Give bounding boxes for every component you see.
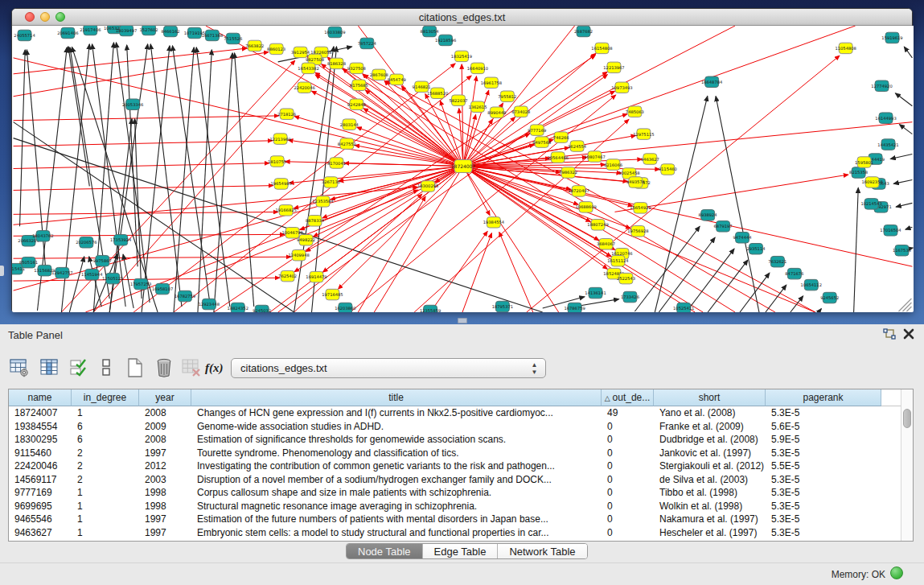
split-pane-grip[interactable] bbox=[458, 318, 467, 323]
table-selector-dropdown[interactable]: citations_edges.txt ▲▼ bbox=[231, 358, 546, 378]
column-settings-button[interactable] bbox=[6, 355, 32, 381]
network-node[interactable]: 5822037 bbox=[449, 95, 467, 105]
network-node[interactable]: 16914479 bbox=[306, 271, 326, 282]
network-node[interactable]: 16782759 bbox=[175, 290, 195, 301]
float-panel-button[interactable] bbox=[883, 328, 897, 341]
scrollbar-thumb[interactable] bbox=[903, 409, 911, 428]
table-cell[interactable]: Wolkin et al. (1998) bbox=[654, 500, 766, 513]
table-cell[interactable]: Tourette syndrome. Phenomenology and cla… bbox=[191, 447, 602, 460]
column-header-name[interactable]: name bbox=[9, 389, 72, 406]
network-node[interactable]: 9474444 bbox=[733, 233, 752, 243]
network-node[interactable]: 9777169 bbox=[528, 125, 546, 135]
table-cell[interactable]: 49 bbox=[602, 406, 654, 420]
network-node[interactable]: 2522543 bbox=[617, 273, 635, 283]
table-row[interactable]: 946554611997Estimation of the future num… bbox=[9, 513, 902, 526]
table-cell[interactable]: 0 bbox=[602, 433, 654, 447]
column-header-short[interactable]: short bbox=[654, 389, 766, 406]
network-node[interactable]: 12774920 bbox=[871, 80, 892, 91]
tab-network-table[interactable]: Network Table bbox=[498, 544, 586, 559]
table-cell[interactable]: 1 bbox=[72, 526, 139, 540]
network-node[interactable]: 8454749 bbox=[388, 74, 406, 84]
table-cell[interactable]: 1997 bbox=[139, 526, 191, 540]
network-node[interactable]: 11054808 bbox=[835, 43, 856, 53]
network-node[interactable]: 746266 bbox=[553, 132, 569, 142]
table-row[interactable]: 2242004622012Investigating the contribut… bbox=[9, 459, 902, 473]
network-node[interactable]: 10688609 bbox=[575, 202, 596, 212]
network-node[interactable]: 1167535 bbox=[893, 245, 911, 255]
table-cell[interactable]: Structural magnetic resonance image aver… bbox=[191, 500, 602, 513]
table-cell[interactable]: 2 bbox=[72, 447, 139, 460]
network-node[interactable]: 3624554 bbox=[568, 141, 586, 151]
left-splitter-tab[interactable] bbox=[0, 266, 4, 276]
table-cell[interactable]: 22420046 bbox=[9, 459, 72, 473]
table-cell[interactable]: 18300295 bbox=[9, 433, 72, 447]
table-cell[interactable]: 5.9E-5 bbox=[766, 433, 881, 447]
network-node[interactable]: 6879197 bbox=[714, 221, 733, 232]
network-node[interactable]: 18807249 bbox=[587, 220, 608, 230]
table-row[interactable]: 911546021997Tourette syndrome. Phenomeno… bbox=[9, 447, 902, 460]
table-cell[interactable]: 5.3E-5 bbox=[766, 473, 881, 487]
network-node[interactable]: 1362615 bbox=[468, 101, 487, 112]
network-node[interactable]: 18795371 bbox=[492, 301, 513, 311]
table-cell[interactable]: 6 bbox=[72, 433, 139, 447]
network-node[interactable]: 9115460 bbox=[659, 164, 677, 175]
table-cell[interactable]: Estimation of significance thresholds fo… bbox=[191, 433, 602, 447]
network-node[interactable]: 14136141 bbox=[585, 287, 606, 298]
new-column-button[interactable] bbox=[122, 355, 148, 381]
table-cell[interactable]: 5.3E-5 bbox=[766, 513, 881, 526]
network-node[interactable]: 8186328 bbox=[327, 58, 346, 68]
network-node[interactable]: 9245032 bbox=[253, 305, 271, 312]
network-node[interactable]: 19716485 bbox=[322, 289, 343, 299]
table-cell[interactable]: 5.3E-5 bbox=[766, 406, 881, 420]
table-cell[interactable]: 2 bbox=[72, 473, 139, 487]
network-node[interactable]: 16033809 bbox=[324, 27, 345, 37]
network-node[interactable]: 18325419 bbox=[451, 51, 472, 61]
network-node[interactable]: 7663822 bbox=[245, 40, 264, 51]
table-cell[interactable]: 5.3E-5 bbox=[766, 526, 881, 540]
network-node[interactable]: 9463627 bbox=[641, 154, 659, 164]
table-cell[interactable]: 9699695 bbox=[9, 500, 72, 513]
network-node[interactable]: 8427552 bbox=[338, 138, 356, 149]
table-cell[interactable]: 2008 bbox=[139, 406, 191, 420]
table-cell[interactable]: 1 bbox=[72, 406, 139, 420]
table-cell[interactable]: 19384554 bbox=[9, 420, 72, 434]
table-cell[interactable]: 9465546 bbox=[9, 513, 72, 526]
table-cell[interactable]: 9115460 bbox=[9, 447, 72, 460]
network-node[interactable]: 12353584 bbox=[312, 196, 333, 207]
vertical-scrollbar[interactable] bbox=[901, 389, 913, 541]
table-cell[interactable]: Embryonic stem cells: a model to study s… bbox=[191, 526, 602, 540]
network-node[interactable]: 3267130 bbox=[322, 177, 340, 187]
network-node[interactable]: 20053346 bbox=[122, 99, 143, 109]
network-node[interactable]: 21917406 bbox=[80, 26, 101, 35]
table-cell[interactable]: 1 bbox=[72, 513, 139, 526]
table-cell[interactable]: Franke et al. (2009) bbox=[654, 420, 766, 434]
network-node[interactable]: 6216066 bbox=[604, 159, 622, 170]
table-row[interactable]: 1456911722003Disruption of a novel membe… bbox=[9, 473, 902, 487]
table-cell[interactable]: 0 bbox=[602, 447, 654, 460]
network-node[interactable]: 2687682 bbox=[574, 26, 593, 36]
network-node[interactable]: 12975115 bbox=[633, 129, 654, 139]
delete-table-button[interactable] bbox=[179, 355, 204, 381]
network-node[interactable]: 6734028 bbox=[511, 106, 530, 117]
table-cell[interactable]: Nakamura et al. (1997) bbox=[654, 513, 766, 526]
table-cell[interactable]: 5.5E-5 bbox=[766, 459, 881, 473]
network-canvas[interactable]: 2405571420691406219174061065328718039497… bbox=[12, 26, 914, 312]
table-cell[interactable]: 9777169 bbox=[9, 486, 72, 500]
column-header-in_degree[interactable]: in_degree bbox=[72, 389, 139, 406]
network-node[interactable]: 17353924 bbox=[110, 235, 131, 245]
table-cell[interactable]: 1 bbox=[72, 486, 139, 500]
network-node[interactable]: 19218596 bbox=[435, 35, 456, 45]
network-node[interactable]: 7986322 bbox=[559, 167, 577, 178]
table-cell[interactable]: 1998 bbox=[139, 500, 191, 513]
table-cell[interactable]: 0 bbox=[602, 473, 654, 487]
table-cell[interactable]: 2009 bbox=[139, 420, 191, 434]
network-node[interactable]: 8505161 bbox=[19, 257, 38, 267]
table-cell[interactable]: 6 bbox=[72, 420, 139, 434]
canvas-resize-grip[interactable] bbox=[898, 299, 911, 311]
network-node[interactable]: 10654112 bbox=[801, 279, 822, 290]
network-node[interactable]: 7625402 bbox=[278, 270, 297, 281]
unselect-all-button[interactable] bbox=[93, 355, 119, 381]
table-cell[interactable]: 5.6E-5 bbox=[766, 420, 881, 434]
table-cell[interactable]: Genome-wide association studies in ADHD. bbox=[191, 420, 602, 434]
network-node[interactable]: 10525411 bbox=[673, 303, 694, 312]
